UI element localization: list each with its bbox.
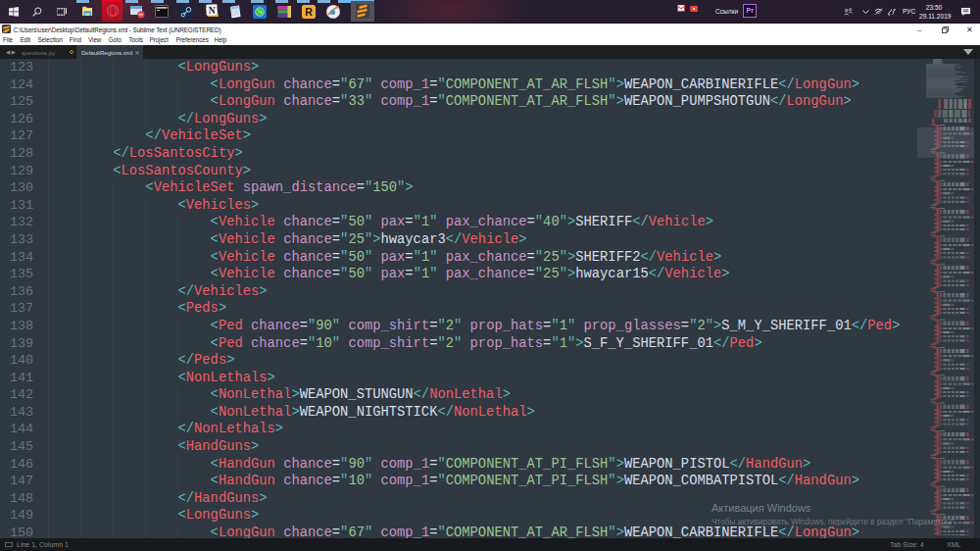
svg-text:R: R: [305, 6, 313, 18]
svg-text:N: N: [209, 6, 216, 16]
